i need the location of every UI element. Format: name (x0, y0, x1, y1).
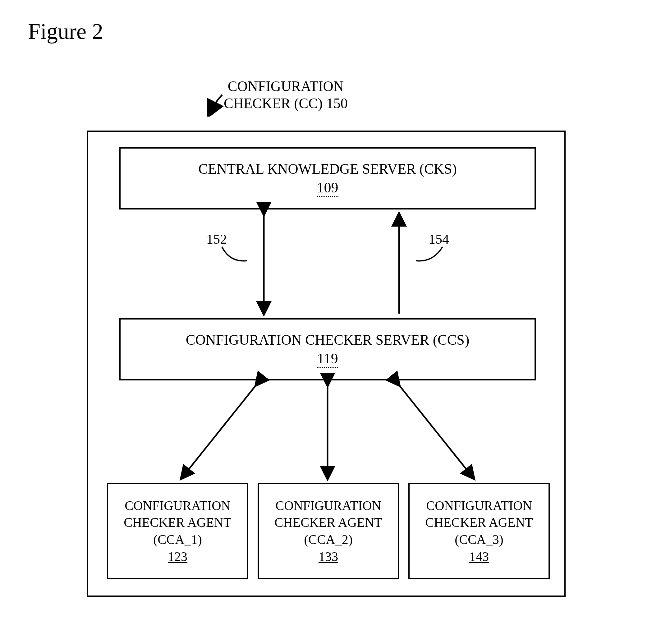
title-line2: CHECKER (CC) 150 (224, 95, 348, 112)
agent3-line1: CONFIGURATION (426, 497, 532, 514)
title-line1: CONFIGURATION (224, 78, 348, 95)
agent3-ref: 143 (469, 549, 489, 564)
agent1-line1: CONFIGURATION (125, 497, 230, 514)
agent1-line2: CHECKER AGENT (124, 514, 232, 531)
cks-block: CENTRAL KNOWLEDGE SERVER (CKS) 109 (119, 147, 536, 210)
agent3-line2: CHECKER AGENT (425, 514, 533, 531)
ccs-block: CONFIGURATION CHECKER SERVER (CCS) 119 (119, 318, 536, 380)
agent2-line3: (CCA_2) (304, 531, 352, 548)
svg-line-2 (182, 385, 256, 478)
agent3-block: CONFIGURATION CHECKER AGENT (CCA_3) 143 (408, 483, 550, 579)
main-container: CENTRAL KNOWLEDGE SERVER (CKS) 109 CONFI… (87, 131, 566, 597)
agent1-line3: (CCA_1) (153, 531, 202, 548)
cks-ref: 109 (317, 180, 338, 197)
agent2-block: CONFIGURATION CHECKER AGENT (CCA_2) 133 (257, 483, 399, 579)
ccs-label: CONFIGURATION CHECKER SERVER (CCS) (186, 331, 469, 349)
agent2-ref: 133 (319, 549, 338, 564)
arrow-label-152: 152 (206, 231, 227, 247)
title-pointer-arrow (205, 92, 227, 116)
agent2-line1: CONFIGURATION (275, 497, 381, 514)
arrow-label-154: 154 (429, 231, 449, 247)
cks-label: CENTRAL KNOWLEDGE SERVER (CKS) (198, 160, 457, 179)
diagram-title: CONFIGURATION CHECKER (CC) 150 (224, 78, 348, 112)
agent1-block: CONFIGURATION CHECKER AGENT (CCA_1) 123 (107, 483, 248, 579)
agent3-line3: (CCA_3) (455, 531, 503, 548)
figure-label: Figure 2 (28, 19, 103, 45)
agent1-ref: 123 (168, 549, 187, 564)
agent2-line2: CHECKER AGENT (274, 514, 382, 531)
svg-line-4 (399, 385, 473, 478)
ccs-ref: 119 (317, 351, 338, 368)
